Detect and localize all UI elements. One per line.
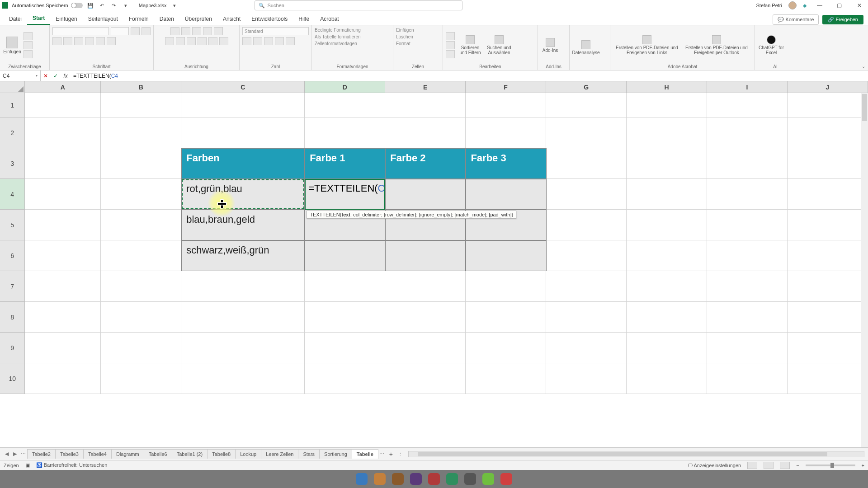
zoom-out-icon[interactable]: − bbox=[796, 463, 799, 468]
cell-G8[interactable] bbox=[546, 302, 627, 333]
add-sheet-button[interactable]: + bbox=[386, 450, 396, 458]
cell-H9[interactable] bbox=[627, 333, 707, 363]
save-icon[interactable]: 💾 bbox=[86, 1, 94, 9]
sheet-nav-more-icon[interactable]: ⋯ bbox=[19, 451, 27, 457]
cell-I7[interactable] bbox=[707, 271, 788, 302]
cell-B2[interactable] bbox=[101, 117, 181, 148]
cell-F2[interactable] bbox=[466, 117, 546, 148]
cell-E9[interactable] bbox=[385, 333, 466, 363]
column-header-I[interactable]: I bbox=[707, 81, 788, 93]
autosave-toggle[interactable]: Automatisches Speichern bbox=[12, 3, 83, 8]
cell-G7[interactable] bbox=[546, 271, 627, 302]
sheet-tab[interactable]: Tabelle4 bbox=[83, 449, 112, 459]
cell-A1[interactable] bbox=[25, 93, 101, 117]
cell-E8[interactable] bbox=[385, 302, 466, 333]
taskbar-app-icon[interactable] bbox=[500, 473, 512, 485]
decrease-decimal-icon[interactable] bbox=[286, 37, 295, 45]
cell-I5[interactable] bbox=[707, 210, 788, 240]
paste-button[interactable]: Einfügen bbox=[3, 37, 22, 54]
sheet-tab[interactable]: Tabelle3 bbox=[55, 449, 84, 459]
sheet-tab[interactable]: Tabelle1 (2) bbox=[172, 449, 208, 459]
cell-D1[interactable] bbox=[305, 93, 385, 117]
tab-view[interactable]: Ansicht bbox=[217, 13, 246, 25]
column-header-F[interactable]: F bbox=[466, 81, 546, 93]
cell-G4[interactable] bbox=[547, 179, 627, 210]
column-header-D[interactable]: D bbox=[305, 81, 385, 93]
cell-F1[interactable] bbox=[466, 93, 546, 117]
cell-B6[interactable] bbox=[101, 240, 181, 271]
cells-insert-button[interactable]: Einfügen bbox=[396, 27, 414, 33]
decrease-font-icon[interactable] bbox=[142, 27, 151, 35]
display-settings-button[interactable]: 🖵 Anzeigeeinstellungen bbox=[688, 463, 741, 468]
percent-icon[interactable] bbox=[253, 37, 262, 45]
cell-J2[interactable] bbox=[788, 117, 868, 148]
cell-B5[interactable] bbox=[101, 210, 181, 240]
zoom-in-icon[interactable]: + bbox=[862, 463, 864, 468]
cell-G1[interactable] bbox=[546, 93, 627, 117]
font-color-icon[interactable] bbox=[107, 37, 116, 45]
taskbar-app-icon[interactable] bbox=[392, 473, 404, 485]
number-format-dropdown[interactable]: Standard bbox=[242, 27, 309, 35]
cell-C5[interactable]: blau,braun,geld bbox=[181, 210, 305, 240]
sheet-nav-prev-icon[interactable]: ◀ bbox=[3, 451, 11, 457]
cell-H8[interactable] bbox=[627, 302, 707, 333]
font-name-dropdown[interactable] bbox=[52, 27, 109, 35]
accessibility-status[interactable]: ♿ Barrierefreiheit: Untersuchen bbox=[36, 462, 108, 468]
cells-delete-button[interactable]: Löschen bbox=[396, 34, 413, 40]
cell-C3[interactable]: Farben bbox=[181, 148, 305, 179]
tab-data[interactable]: Daten bbox=[154, 13, 179, 25]
fill-color-icon[interactable] bbox=[96, 37, 105, 45]
autosum-icon[interactable] bbox=[446, 32, 455, 40]
cell-F7[interactable] bbox=[466, 271, 546, 302]
fx-icon[interactable]: fx bbox=[61, 73, 71, 79]
cell-D9[interactable] bbox=[305, 333, 385, 363]
cell-E3[interactable]: Farbe 2 bbox=[385, 148, 466, 179]
undo-icon[interactable]: ↶ bbox=[98, 1, 106, 9]
minimize-button[interactable]: — bbox=[813, 0, 826, 11]
cell-J5[interactable] bbox=[788, 210, 868, 240]
column-header-J[interactable]: J bbox=[788, 81, 868, 93]
accept-formula-icon[interactable]: ✓ bbox=[51, 73, 61, 79]
cell-E10[interactable] bbox=[385, 363, 466, 394]
cell-A2[interactable] bbox=[25, 117, 101, 148]
cell-G5[interactable] bbox=[547, 210, 627, 240]
row-header-2[interactable]: 2 bbox=[0, 117, 25, 148]
row-header-7[interactable]: 7 bbox=[0, 271, 25, 302]
cell-H2[interactable] bbox=[627, 117, 707, 148]
taskbar-app-icon[interactable] bbox=[428, 473, 440, 485]
formula-input[interactable]: =TEXTTEILEN(C4 bbox=[71, 73, 868, 79]
cell-D2[interactable] bbox=[305, 117, 385, 148]
italic-icon[interactable] bbox=[63, 37, 72, 45]
cell-B4[interactable] bbox=[101, 179, 181, 210]
sheet-tab[interactable]: Leere Zeilen bbox=[261, 449, 298, 459]
cell-C8[interactable] bbox=[181, 302, 305, 333]
tab-insert[interactable]: Einfügen bbox=[50, 13, 82, 25]
comma-icon[interactable] bbox=[264, 37, 273, 45]
avatar-icon[interactable] bbox=[788, 1, 797, 9]
font-size-dropdown[interactable] bbox=[111, 27, 129, 35]
fill-icon[interactable] bbox=[446, 41, 455, 49]
tab-acrobat[interactable]: Acrobat bbox=[315, 13, 344, 25]
cell-F3[interactable]: Farbe 3 bbox=[466, 148, 546, 179]
row-header-10[interactable]: 10 bbox=[0, 363, 25, 394]
sheet-tab[interactable]: Tabelle bbox=[352, 449, 378, 459]
tab-help[interactable]: Hilfe bbox=[293, 13, 315, 25]
tab-home[interactable]: Start bbox=[27, 12, 50, 25]
search-input[interactable]: 🔍 Suchen bbox=[255, 0, 462, 10]
taskbar-app-icon[interactable] bbox=[464, 473, 476, 485]
row-header-4[interactable]: 4 bbox=[0, 179, 25, 210]
format-painter-icon[interactable] bbox=[24, 50, 33, 58]
cell-B8[interactable] bbox=[101, 302, 181, 333]
username-label[interactable]: Stefan Petri bbox=[756, 3, 782, 8]
cell-F10[interactable] bbox=[466, 363, 546, 394]
column-header-B[interactable]: B bbox=[101, 81, 181, 93]
cancel-formula-icon[interactable]: ✕ bbox=[41, 73, 51, 79]
cell-B9[interactable] bbox=[101, 333, 181, 363]
cell-J9[interactable] bbox=[788, 333, 868, 363]
view-page-break-icon[interactable] bbox=[780, 462, 790, 469]
sheet-tab[interactable]: Diagramm bbox=[111, 449, 144, 459]
cell-C9[interactable] bbox=[181, 333, 305, 363]
row-header-1[interactable]: 1 bbox=[0, 93, 25, 117]
cell-D10[interactable] bbox=[305, 363, 385, 394]
cell-G3[interactable] bbox=[547, 148, 627, 179]
